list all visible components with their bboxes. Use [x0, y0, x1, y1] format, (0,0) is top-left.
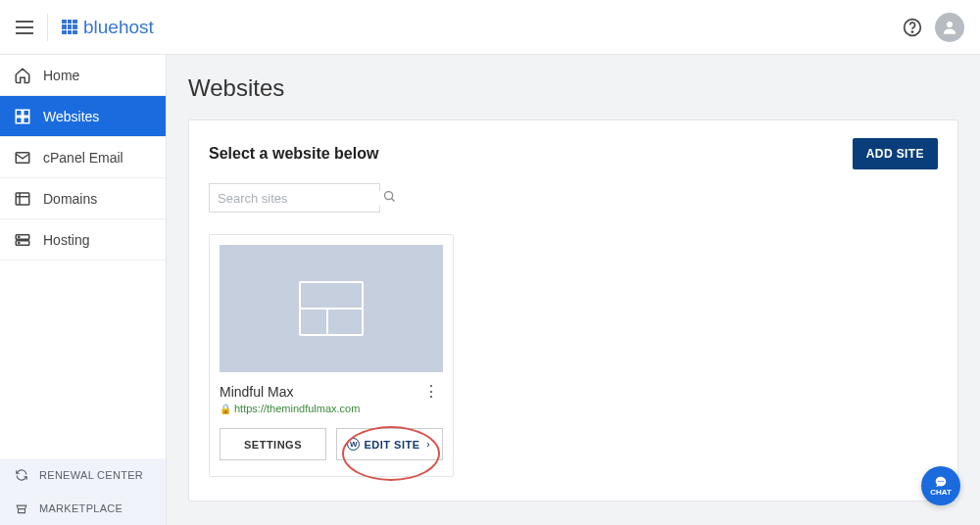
top-header: bluehost	[0, 0, 980, 55]
chat-icon	[933, 475, 949, 489]
sidebar-bottom: RENEWAL CENTER MARKETPLACE	[0, 458, 166, 525]
user-avatar[interactable]	[935, 13, 964, 42]
site-thumbnail[interactable]	[220, 245, 443, 372]
layout-icon	[299, 281, 364, 336]
edit-site-label: EDIT SITE	[364, 439, 419, 451]
search-box[interactable]	[209, 183, 380, 213]
edit-site-button[interactable]: W EDIT SITE	[336, 428, 443, 460]
search-input[interactable]	[218, 191, 382, 206]
sidebar-item-label: cPanel Email	[43, 150, 123, 166]
svg-point-1	[911, 31, 912, 32]
sidebar-item-renewal-center[interactable]: RENEWAL CENTER	[0, 458, 166, 492]
svg-rect-5	[16, 117, 22, 122]
marketplace-icon	[14, 501, 29, 516]
site-url[interactable]: 🔒 https://themindfulmax.com	[220, 403, 443, 414]
home-icon	[14, 67, 31, 84]
lock-icon: 🔒	[220, 404, 231, 414]
websites-panel: Select a website below ADD SITE Mindful …	[188, 119, 958, 501]
search-icon[interactable]	[382, 189, 397, 208]
sidebar-item-hosting[interactable]: Hosting	[0, 219, 166, 261]
wordpress-icon: W	[347, 438, 360, 451]
svg-point-12	[19, 242, 20, 243]
email-icon	[14, 149, 31, 167]
sidebar-item-home[interactable]: Home	[0, 55, 166, 96]
brand-name-bold: blue	[83, 17, 119, 38]
svg-rect-8	[16, 193, 29, 205]
svg-point-16	[942, 481, 943, 482]
page-title: Websites	[188, 74, 958, 102]
site-options-icon[interactable]: ⋮	[419, 382, 443, 401]
main-content: Websites Select a website below ADD SITE…	[167, 55, 980, 525]
sidebar-item-domains[interactable]: Domains	[0, 178, 166, 219]
add-site-button[interactable]: ADD SITE	[853, 138, 938, 169]
site-name: Mindful Max	[220, 384, 419, 400]
domains-icon	[14, 190, 31, 208]
sidebar-item-label: Websites	[43, 109, 99, 124]
svg-point-15	[940, 481, 941, 482]
svg-point-13	[385, 191, 393, 199]
svg-point-14	[938, 481, 939, 482]
renewal-icon	[14, 467, 29, 483]
logo-grid-icon	[62, 20, 77, 35]
hosting-icon	[14, 231, 31, 249]
site-url-text: https://themindfulmax.com	[234, 403, 360, 414]
sidebar: Home Websites cPanel Email Domains Hosti…	[0, 55, 167, 525]
sidebar-item-marketplace[interactable]: MARKETPLACE	[0, 492, 166, 525]
sidebar-item-label: Home	[43, 68, 79, 83]
chat-button[interactable]: CHAT	[921, 466, 960, 505]
sidebar-item-cpanel-email[interactable]: cPanel Email	[0, 137, 166, 178]
chevron-right-icon	[424, 441, 432, 449]
sidebar-item-label: MARKETPLACE	[39, 502, 122, 514]
svg-rect-6	[24, 117, 29, 122]
brand-logo[interactable]: bluehost	[47, 14, 154, 41]
svg-rect-3	[16, 110, 22, 116]
help-icon[interactable]	[898, 13, 927, 42]
chat-label: CHAT	[930, 488, 952, 497]
brand-name-thin: host	[119, 17, 154, 38]
site-card: Mindful Max ⋮ 🔒 https://themindfulmax.co…	[209, 234, 454, 477]
menu-toggle-icon[interactable]	[16, 21, 33, 34]
sidebar-item-label: Domains	[43, 191, 97, 207]
svg-point-2	[947, 22, 953, 27]
svg-rect-4	[24, 110, 29, 116]
sidebar-item-label: RENEWAL CENTER	[39, 469, 143, 481]
websites-icon	[14, 108, 31, 125]
settings-button[interactable]: SETTINGS	[220, 428, 326, 460]
svg-point-11	[19, 236, 20, 237]
panel-title: Select a website below	[209, 145, 378, 163]
sidebar-item-label: Hosting	[43, 232, 89, 248]
sidebar-item-websites[interactable]: Websites	[0, 96, 166, 137]
